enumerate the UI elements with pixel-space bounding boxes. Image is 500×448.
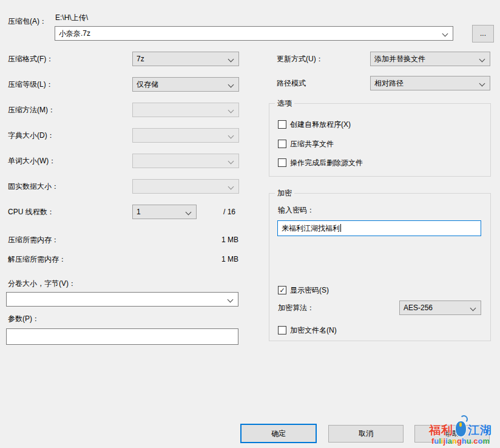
update-mode-value: 添加并替换文件	[374, 55, 475, 63]
parameters-label: 参数(P)：	[8, 314, 39, 323]
checkbox-label: 操作完成后删除源文件	[290, 158, 363, 167]
chevron-down-icon	[479, 81, 485, 87]
checkbox-icon	[278, 140, 286, 148]
format-label: 压缩格式(F)：	[8, 55, 53, 63]
watermark-cn-left: 福利	[429, 424, 453, 437]
memory-decompress-label: 解压缩所需内存：	[8, 255, 66, 263]
checkbox-icon	[278, 120, 286, 129]
password-value: 来福利江湖找福利	[282, 224, 341, 232]
checkbox-label: 创建自释放程序(X)	[290, 120, 351, 129]
chevron-down-icon	[186, 209, 192, 216]
cancel-button[interactable]: 取消	[328, 425, 404, 443]
chevron-down-icon	[228, 297, 234, 303]
path-mode-combobox[interactable]: 相对路径	[370, 76, 490, 90]
options-group-title: 选项	[275, 99, 294, 108]
path-mode-label: 路径模式	[277, 79, 306, 87]
archive-label: 压缩包(A)：	[8, 17, 47, 25]
memory-compress-value: 1 MB	[202, 236, 238, 244]
cpu-threads-max: / 16	[223, 208, 235, 216]
solid-block-label: 固实数据大小：	[8, 182, 59, 191]
checkbox-delete-after[interactable]: 操作完成后删除源文件	[278, 158, 424, 168]
watermark-title: 福利 江湖	[422, 416, 499, 437]
chevron-down-icon	[470, 305, 476, 311]
chevron-down-icon	[228, 133, 234, 139]
parameters-input[interactable]	[6, 328, 238, 345]
chevron-down-icon	[228, 158, 234, 165]
update-mode-combobox[interactable]: 添加并替换文件	[370, 52, 490, 66]
chevron-down-icon	[228, 184, 234, 190]
encryption-method-value: AES-256	[404, 304, 466, 312]
chevron-down-icon	[479, 56, 485, 63]
dictionary-combobox	[132, 128, 239, 143]
level-value: 仅存储	[137, 80, 224, 89]
method-combobox	[132, 103, 239, 117]
encryption-method-label: 加密算法：	[278, 304, 314, 312]
archive-name-combobox[interactable]: 小奈奈.7z	[55, 26, 453, 41]
memory-decompress-value: 1 MB	[202, 255, 238, 263]
update-mode-label: 更新方式(U)：	[277, 55, 323, 63]
watermark-logo: 福利 江湖 fulijianghu.com	[422, 416, 499, 446]
chevron-down-icon	[228, 107, 234, 114]
checkbox-create-sfx[interactable]: 创建自释放程序(X)	[278, 120, 424, 129]
mouse-icon	[454, 416, 467, 437]
ok-button[interactable]: 确定	[240, 424, 317, 443]
split-volume-label: 分卷大小，字节(V)：	[8, 279, 76, 288]
checkbox-label: 压缩共享文件	[290, 140, 334, 148]
password-label: 输入密码：	[278, 206, 314, 214]
word-size-combobox	[132, 154, 239, 168]
memory-compress-label: 压缩所需内存：	[8, 236, 59, 244]
encryption-group-title: 加密	[275, 189, 294, 198]
level-combobox[interactable]: 仅存储	[132, 77, 239, 92]
add-to-archive-dialog: { "archive": { "label": "压缩包(A)：", "dir_…	[0, 0, 500, 448]
checkbox-show-password[interactable]: ✓ 显示密码(S)	[278, 285, 399, 295]
checkbox-shared-files[interactable]: 压缩共享文件	[278, 139, 424, 149]
watermark-domain: fulijianghu.com	[422, 437, 499, 446]
chevron-down-icon	[442, 31, 448, 37]
archive-name-value: 小奈奈.7z	[59, 29, 438, 38]
cpu-threads-value: 1	[137, 208, 181, 216]
cpu-threads-label: CPU 线程数：	[8, 208, 55, 216]
path-mode-value: 相对路径	[374, 79, 475, 87]
checkbox-label: 加密文件名(N)	[290, 326, 337, 334]
archive-dir-path: E:\H\上传\	[55, 13, 88, 22]
browse-button[interactable]: ...	[472, 25, 494, 42]
text-caret	[340, 224, 341, 232]
checkbox-checked-icon: ✓	[278, 286, 286, 294]
method-label: 压缩方法(M)：	[8, 106, 55, 114]
cpu-threads-combobox[interactable]: 1	[132, 205, 197, 219]
word-size-label: 单词大小(W)：	[8, 157, 56, 165]
watermark-cn-right: 江湖	[468, 424, 492, 437]
chevron-down-icon	[228, 56, 234, 63]
chevron-down-icon	[228, 82, 234, 88]
split-volume-combobox[interactable]	[6, 292, 238, 307]
mouse-wheel-icon	[459, 423, 462, 427]
dictionary-label: 字典大小(D)：	[8, 131, 55, 140]
checkbox-encrypt-filenames[interactable]: 加密文件名(N)	[278, 325, 399, 335]
format-combobox[interactable]: 7z	[132, 52, 239, 66]
password-input[interactable]: 来福利江湖找福利	[277, 220, 481, 236]
encryption-method-combobox[interactable]: AES-256	[399, 300, 481, 315]
solid-block-combobox	[132, 179, 239, 194]
checkbox-icon	[278, 326, 286, 334]
format-value: 7z	[137, 55, 224, 63]
checkbox-icon	[278, 158, 286, 167]
encryption-group: 加密	[269, 193, 491, 341]
level-label: 压缩等级(L)：	[8, 80, 53, 89]
checkbox-label: 显示密码(S)	[290, 286, 329, 294]
